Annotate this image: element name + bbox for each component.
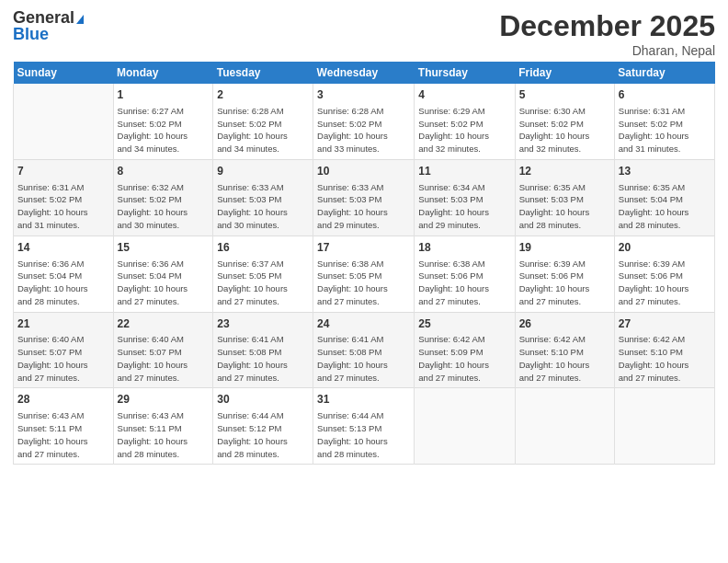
- day-number: 17: [317, 240, 410, 256]
- day-number: 5: [519, 87, 610, 103]
- calendar-cell: 12Sunrise: 6:35 AM Sunset: 5:03 PM Dayli…: [515, 159, 614, 236]
- calendar-cell: 31Sunrise: 6:44 AM Sunset: 5:13 PM Dayli…: [313, 388, 415, 465]
- month-year: December 2025: [499, 9, 715, 43]
- day-info: Sunrise: 6:41 AM Sunset: 5:08 PM Dayligh…: [217, 333, 309, 384]
- day-number: 1: [118, 87, 210, 103]
- calendar-cell: 8Sunrise: 6:32 AM Sunset: 5:02 PM Daylig…: [113, 159, 213, 236]
- day-info: Sunrise: 6:33 AM Sunset: 5:03 PM Dayligh…: [317, 181, 410, 232]
- logo-text: General: [13, 9, 84, 26]
- calendar-cell: [14, 84, 114, 159]
- day-info: Sunrise: 6:37 AM Sunset: 5:05 PM Dayligh…: [217, 258, 309, 308]
- calendar-header: Sunday Monday Tuesday Wednesday Thursday…: [14, 62, 715, 84]
- day-info: Sunrise: 6:33 AM Sunset: 5:03 PM Dayligh…: [217, 181, 309, 232]
- col-friday: Friday: [515, 62, 614, 84]
- day-number: 29: [118, 392, 210, 408]
- day-number: 4: [418, 87, 510, 103]
- day-number: 21: [17, 316, 109, 332]
- day-info: Sunrise: 6:35 AM Sunset: 5:03 PM Dayligh…: [519, 181, 610, 232]
- day-number: 8: [118, 164, 210, 179]
- location: Dharan, Nepal: [499, 43, 715, 58]
- calendar-cell: 28Sunrise: 6:43 AM Sunset: 5:11 PM Dayli…: [14, 388, 114, 465]
- day-number: 22: [118, 316, 210, 332]
- calendar-cell: 15Sunrise: 6:36 AM Sunset: 5:04 PM Dayli…: [113, 236, 213, 312]
- logo-icon: [76, 15, 84, 24]
- day-info: Sunrise: 6:36 AM Sunset: 5:04 PM Dayligh…: [17, 258, 109, 308]
- calendar-cell: 10Sunrise: 6:33 AM Sunset: 5:03 PM Dayli…: [313, 159, 415, 236]
- day-info: Sunrise: 6:27 AM Sunset: 5:02 PM Dayligh…: [118, 105, 210, 155]
- calendar-cell: 30Sunrise: 6:44 AM Sunset: 5:12 PM Dayli…: [213, 388, 313, 465]
- day-info: Sunrise: 6:41 AM Sunset: 5:08 PM Dayligh…: [317, 333, 410, 384]
- calendar-cell: 22Sunrise: 6:40 AM Sunset: 5:07 PM Dayli…: [113, 312, 213, 388]
- calendar-cell: 3Sunrise: 6:28 AM Sunset: 5:02 PM Daylig…: [313, 84, 415, 159]
- calendar-cell: 18Sunrise: 6:38 AM Sunset: 5:06 PM Dayli…: [415, 236, 515, 312]
- day-info: Sunrise: 6:36 AM Sunset: 5:04 PM Dayligh…: [118, 258, 210, 308]
- calendar-table: Sunday Monday Tuesday Wednesday Thursday…: [13, 62, 715, 465]
- day-number: 27: [619, 316, 711, 332]
- day-info: Sunrise: 6:40 AM Sunset: 5:07 PM Dayligh…: [17, 333, 109, 384]
- day-number: 23: [217, 316, 309, 332]
- day-info: Sunrise: 6:31 AM Sunset: 5:02 PM Dayligh…: [619, 105, 711, 155]
- calendar-cell: 25Sunrise: 6:42 AM Sunset: 5:09 PM Dayli…: [415, 312, 515, 388]
- calendar-cell: 19Sunrise: 6:39 AM Sunset: 5:06 PM Dayli…: [515, 236, 614, 312]
- col-thursday: Thursday: [415, 62, 515, 84]
- day-info: Sunrise: 6:34 AM Sunset: 5:03 PM Dayligh…: [418, 181, 510, 232]
- day-number: 19: [519, 240, 610, 256]
- calendar-cell: 23Sunrise: 6:41 AM Sunset: 5:08 PM Dayli…: [213, 312, 313, 388]
- day-number: 11: [418, 164, 510, 179]
- day-number: 20: [619, 240, 711, 256]
- calendar-cell: 1Sunrise: 6:27 AM Sunset: 5:02 PM Daylig…: [113, 84, 213, 159]
- calendar-cell: 5Sunrise: 6:30 AM Sunset: 5:02 PM Daylig…: [515, 84, 614, 159]
- calendar-cell: 21Sunrise: 6:40 AM Sunset: 5:07 PM Dayli…: [14, 312, 114, 388]
- calendar-cell: [415, 388, 515, 465]
- day-number: 10: [317, 164, 410, 179]
- calendar-cell: 26Sunrise: 6:42 AM Sunset: 5:10 PM Dayli…: [515, 312, 614, 388]
- day-number: 24: [317, 316, 410, 332]
- calendar-cell: 9Sunrise: 6:33 AM Sunset: 5:03 PM Daylig…: [213, 159, 313, 236]
- day-number: 9: [217, 164, 309, 179]
- calendar-week-2: 7Sunrise: 6:31 AM Sunset: 5:02 PM Daylig…: [14, 159, 715, 236]
- calendar-cell: 4Sunrise: 6:29 AM Sunset: 5:02 PM Daylig…: [415, 84, 515, 159]
- calendar-cell: [515, 388, 614, 465]
- calendar-body: 1Sunrise: 6:27 AM Sunset: 5:02 PM Daylig…: [14, 84, 715, 465]
- day-info: Sunrise: 6:38 AM Sunset: 5:05 PM Dayligh…: [317, 258, 410, 308]
- day-info: Sunrise: 6:42 AM Sunset: 5:09 PM Dayligh…: [418, 333, 510, 384]
- day-number: 12: [519, 164, 610, 179]
- day-info: Sunrise: 6:43 AM Sunset: 5:11 PM Dayligh…: [17, 409, 109, 460]
- calendar-cell: 13Sunrise: 6:35 AM Sunset: 5:04 PM Dayli…: [614, 159, 714, 236]
- day-number: 3: [317, 87, 410, 103]
- day-number: 14: [17, 240, 109, 256]
- day-info: Sunrise: 6:40 AM Sunset: 5:07 PM Dayligh…: [118, 333, 210, 384]
- day-info: Sunrise: 6:28 AM Sunset: 5:02 PM Dayligh…: [317, 105, 410, 155]
- day-info: Sunrise: 6:38 AM Sunset: 5:06 PM Dayligh…: [418, 258, 510, 308]
- logo-blue: Blue: [13, 26, 84, 42]
- calendar-cell: 6Sunrise: 6:31 AM Sunset: 5:02 PM Daylig…: [614, 84, 714, 159]
- calendar-cell: [614, 388, 714, 465]
- calendar-week-3: 14Sunrise: 6:36 AM Sunset: 5:04 PM Dayli…: [14, 236, 715, 312]
- header-row: Sunday Monday Tuesday Wednesday Thursday…: [14, 62, 715, 84]
- calendar-cell: 7Sunrise: 6:31 AM Sunset: 5:02 PM Daylig…: [14, 159, 114, 236]
- day-info: Sunrise: 6:31 AM Sunset: 5:02 PM Dayligh…: [17, 181, 109, 232]
- calendar-cell: 24Sunrise: 6:41 AM Sunset: 5:08 PM Dayli…: [313, 312, 415, 388]
- day-number: 28: [17, 392, 109, 408]
- day-info: Sunrise: 6:39 AM Sunset: 5:06 PM Dayligh…: [619, 258, 711, 308]
- day-number: 2: [217, 87, 309, 103]
- calendar-week-1: 1Sunrise: 6:27 AM Sunset: 5:02 PM Daylig…: [14, 84, 715, 159]
- day-info: Sunrise: 6:44 AM Sunset: 5:12 PM Dayligh…: [217, 409, 309, 460]
- day-info: Sunrise: 6:42 AM Sunset: 5:10 PM Dayligh…: [619, 333, 711, 384]
- calendar-week-4: 21Sunrise: 6:40 AM Sunset: 5:07 PM Dayli…: [14, 312, 715, 388]
- day-info: Sunrise: 6:35 AM Sunset: 5:04 PM Dayligh…: [619, 181, 711, 232]
- day-number: 7: [17, 164, 109, 179]
- page-container: General Blue December 2025 Dharan, Nepal…: [0, 0, 728, 474]
- title-block: December 2025 Dharan, Nepal: [499, 9, 715, 58]
- day-info: Sunrise: 6:42 AM Sunset: 5:10 PM Dayligh…: [519, 333, 610, 384]
- day-number: 25: [418, 316, 510, 332]
- calendar-cell: 29Sunrise: 6:43 AM Sunset: 5:11 PM Dayli…: [113, 388, 213, 465]
- header: General Blue December 2025 Dharan, Nepal: [13, 9, 715, 58]
- calendar-cell: 17Sunrise: 6:38 AM Sunset: 5:05 PM Dayli…: [313, 236, 415, 312]
- col-monday: Monday: [113, 62, 213, 84]
- col-wednesday: Wednesday: [313, 62, 415, 84]
- day-number: 6: [619, 87, 711, 103]
- calendar-cell: 27Sunrise: 6:42 AM Sunset: 5:10 PM Dayli…: [614, 312, 714, 388]
- col-sunday: Sunday: [14, 62, 114, 84]
- col-tuesday: Tuesday: [213, 62, 313, 84]
